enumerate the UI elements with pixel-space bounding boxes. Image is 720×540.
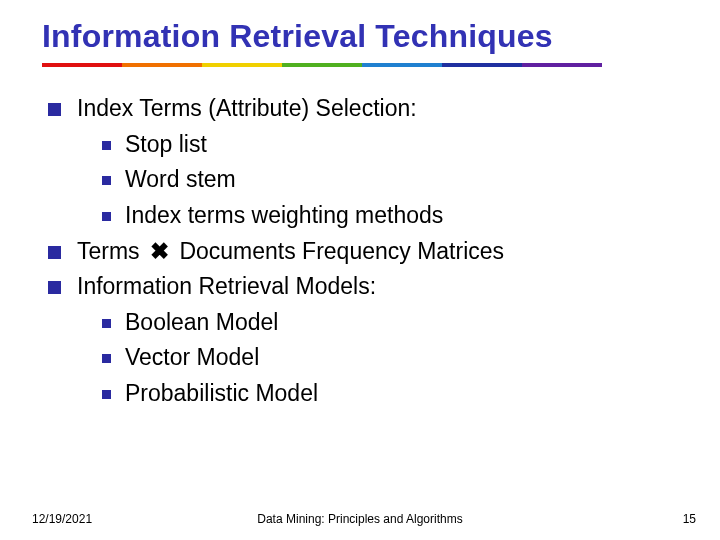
square-bullet-icon <box>102 141 111 150</box>
list-item: Terms ✖ Documents Frequency Matrices <box>48 234 720 270</box>
rainbow-seg <box>42 63 122 67</box>
cross-icon: ✖ <box>146 234 173 270</box>
square-bullet-icon <box>102 319 111 328</box>
footer-title: Data Mining: Principles and Algorithms <box>257 512 462 526</box>
square-bullet-icon <box>102 390 111 399</box>
list-item: Index Terms (Attribute) Selection: <box>48 91 720 127</box>
list-item: Information Retrieval Models: <box>48 269 720 305</box>
square-bullet-icon <box>48 246 61 259</box>
rainbow-seg <box>362 63 442 67</box>
list-subitem: Probabilistic Model <box>48 376 720 412</box>
square-bullet-icon <box>48 281 61 294</box>
text-segment: Documents Frequency Matrices <box>173 238 504 264</box>
content-area: Index Terms (Attribute) Selection: Stop … <box>0 91 720 412</box>
footer-page-number: 15 <box>683 512 696 526</box>
rainbow-divider <box>42 63 602 67</box>
list-subitem: Boolean Model <box>48 305 720 341</box>
list-item-text: Information Retrieval Models: <box>77 269 376 305</box>
text-segment: Terms <box>77 238 146 264</box>
list-subitem: Vector Model <box>48 340 720 376</box>
list-subitem: Stop list <box>48 127 720 163</box>
rainbow-seg <box>122 63 202 67</box>
rainbow-seg <box>282 63 362 67</box>
list-item-text: Probabilistic Model <box>125 376 318 412</box>
slide: Information Retrieval Techniques Index T… <box>0 0 720 540</box>
rainbow-seg <box>202 63 282 67</box>
list-item-text: Word stem <box>125 162 236 198</box>
square-bullet-icon <box>102 212 111 221</box>
list-item-text: Vector Model <box>125 340 259 376</box>
list-item-text: Index Terms (Attribute) Selection: <box>77 91 417 127</box>
slide-footer: 12/19/2021 Data Mining: Principles and A… <box>0 512 720 526</box>
list-item-text: Terms ✖ Documents Frequency Matrices <box>77 234 504 270</box>
list-subitem: Index terms weighting methods <box>48 198 720 234</box>
list-item-text: Index terms weighting methods <box>125 198 443 234</box>
square-bullet-icon <box>102 176 111 185</box>
list-item-text: Stop list <box>125 127 207 163</box>
slide-title: Information Retrieval Techniques <box>0 18 720 55</box>
rainbow-seg <box>442 63 522 67</box>
list-subitem: Word stem <box>48 162 720 198</box>
footer-date: 12/19/2021 <box>32 512 92 526</box>
square-bullet-icon <box>102 354 111 363</box>
square-bullet-icon <box>48 103 61 116</box>
list-item-text: Boolean Model <box>125 305 278 341</box>
rainbow-seg <box>522 63 602 67</box>
